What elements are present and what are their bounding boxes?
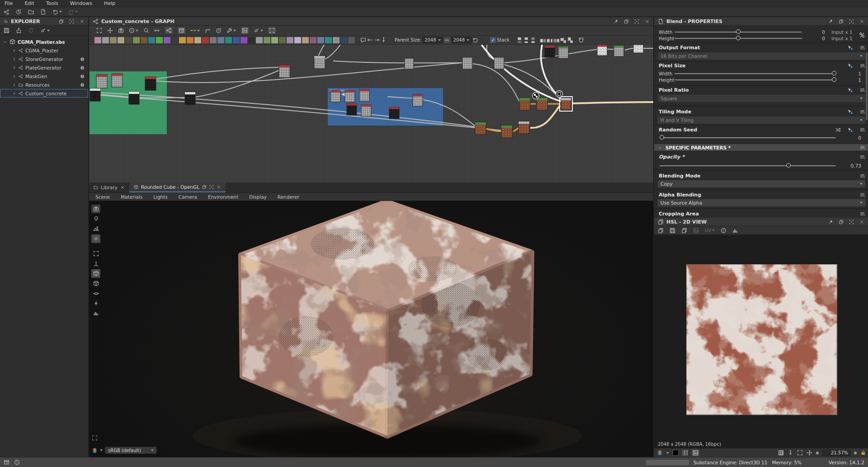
fit-frame-icon[interactable] xyxy=(91,249,100,258)
atomic-node-icon[interactable] xyxy=(294,37,301,43)
menu-help[interactable]: Help xyxy=(104,0,115,6)
function-icon[interactable] xyxy=(847,63,853,69)
float-icon[interactable] xyxy=(624,19,629,24)
menu-edit[interactable]: Edit xyxy=(24,0,34,6)
undo-button[interactable] xyxy=(52,9,62,15)
open-folder-icon[interactable] xyxy=(28,9,34,15)
preview-mode-icon[interactable] xyxy=(692,449,699,456)
node[interactable] xyxy=(145,77,156,90)
pin-icon[interactable] xyxy=(828,19,833,24)
menu-icon[interactable] xyxy=(859,145,865,150)
doc-badge[interactable] xyxy=(556,91,563,98)
node[interactable] xyxy=(519,98,530,110)
atomic-node-icon[interactable] xyxy=(287,37,293,43)
node[interactable] xyxy=(389,107,399,119)
node[interactable] xyxy=(558,47,568,58)
close-icon[interactable] xyxy=(859,19,864,24)
background-swatch[interactable] xyxy=(673,450,679,456)
info-icon[interactable] xyxy=(14,459,20,465)
node[interactable] xyxy=(519,121,529,134)
channels-icon[interactable] xyxy=(657,450,663,456)
atomic-node-icon[interactable] xyxy=(225,37,232,43)
layers-icon[interactable] xyxy=(658,228,664,234)
wire-cube-icon[interactable] xyxy=(91,279,100,288)
node[interactable] xyxy=(96,75,107,88)
pixel-width-value[interactable]: 1 xyxy=(853,71,861,76)
stack-checkbox[interactable]: ✓ xyxy=(490,37,496,43)
tree-item-resources[interactable]: Resources xyxy=(0,80,88,89)
node[interactable] xyxy=(347,103,357,115)
save-icon[interactable] xyxy=(670,228,675,234)
refresh-icon[interactable] xyxy=(28,28,34,33)
node[interactable] xyxy=(90,89,100,101)
dot-link-icon[interactable] xyxy=(367,37,373,43)
new-substance-icon[interactable] xyxy=(4,9,9,15)
zoom-icon[interactable] xyxy=(143,28,149,33)
graph-canvas[interactable]: P2 Sculptural xyxy=(89,45,653,182)
clean-icon[interactable] xyxy=(254,28,263,33)
atomic-node-icon[interactable] xyxy=(302,37,309,43)
menu-camera[interactable]: Camera xyxy=(179,194,197,200)
properties-scrollbar[interactable] xyxy=(866,52,868,120)
atomic-node-icon[interactable] xyxy=(187,37,193,43)
menu-icon[interactable] xyxy=(859,87,865,93)
tree-item-cgma-plaster[interactable]: CGMA_Plaster xyxy=(0,46,88,55)
link-scale-icon[interactable] xyxy=(859,32,864,37)
node[interactable] xyxy=(597,45,607,56)
function-icon[interactable] xyxy=(847,45,853,51)
atomic-node-icon[interactable] xyxy=(264,37,270,43)
scene-icon[interactable] xyxy=(91,224,100,233)
node[interactable] xyxy=(314,56,325,69)
copy-icon[interactable] xyxy=(681,228,687,234)
node[interactable] xyxy=(405,58,414,69)
atomic-node-icon[interactable] xyxy=(110,37,117,43)
node[interactable] xyxy=(633,45,643,53)
export-icon[interactable] xyxy=(16,28,22,33)
float-icon[interactable] xyxy=(202,185,207,189)
atomic-node-icon[interactable] xyxy=(148,37,155,43)
zoom-input[interactable]: 21.57% xyxy=(822,450,850,456)
base-height-slider[interactable] xyxy=(675,38,802,39)
menu-icon[interactable] xyxy=(859,109,865,115)
comment-icon[interactable] xyxy=(360,37,366,43)
node[interactable] xyxy=(614,46,624,56)
zoom-out-icon[interactable] xyxy=(816,452,819,454)
distribute-bottom-icon[interactable] xyxy=(529,37,535,43)
opacity-value[interactable]: 0.73 xyxy=(848,163,861,168)
atomic-node-icon[interactable] xyxy=(340,37,347,43)
tools-icon[interactable] xyxy=(226,28,236,33)
float-icon[interactable] xyxy=(839,219,844,224)
function-icon[interactable] xyxy=(847,127,853,133)
atomic-node-icon[interactable] xyxy=(179,37,186,43)
light-icon[interactable] xyxy=(91,215,100,223)
maximize-icon[interactable] xyxy=(849,19,854,24)
chevron-right-icon[interactable] xyxy=(12,57,16,61)
align-right-icon[interactable] xyxy=(553,37,559,43)
menu-windows[interactable]: Windows xyxy=(70,0,92,6)
atomic-node-icon[interactable] xyxy=(102,37,109,43)
grid-icon[interactable] xyxy=(778,450,784,456)
texture-preview[interactable] xyxy=(686,264,837,415)
shuffle-icon[interactable] xyxy=(835,127,841,133)
node[interactable] xyxy=(537,98,547,110)
atomic-node-icon[interactable] xyxy=(133,37,140,43)
maximize-icon[interactable] xyxy=(69,19,74,24)
pixel-snap-icon[interactable] xyxy=(788,450,793,456)
compact-h-icon[interactable] xyxy=(560,37,566,43)
menu-icon[interactable] xyxy=(859,154,865,160)
tree-item-maskgen[interactable]: MaskGen xyxy=(0,72,88,80)
atomic-node-icon[interactable] xyxy=(233,37,240,43)
graph-view-icon[interactable] xyxy=(165,27,173,34)
blending-mode-dropdown[interactable]: Copy xyxy=(658,180,865,187)
dot-unlink-icon[interactable] xyxy=(374,37,380,43)
node[interactable] xyxy=(279,65,290,78)
dock-icon[interactable] xyxy=(4,459,9,465)
info-icon[interactable] xyxy=(80,57,85,61)
maximize-icon[interactable] xyxy=(209,185,214,189)
atomic-node-icon[interactable] xyxy=(125,37,132,43)
menu-renderer[interactable]: Renderer xyxy=(278,194,299,200)
node[interactable] xyxy=(501,126,512,138)
node[interactable] xyxy=(359,89,369,101)
node[interactable] xyxy=(185,92,195,105)
opacity-slider[interactable] xyxy=(660,165,836,166)
